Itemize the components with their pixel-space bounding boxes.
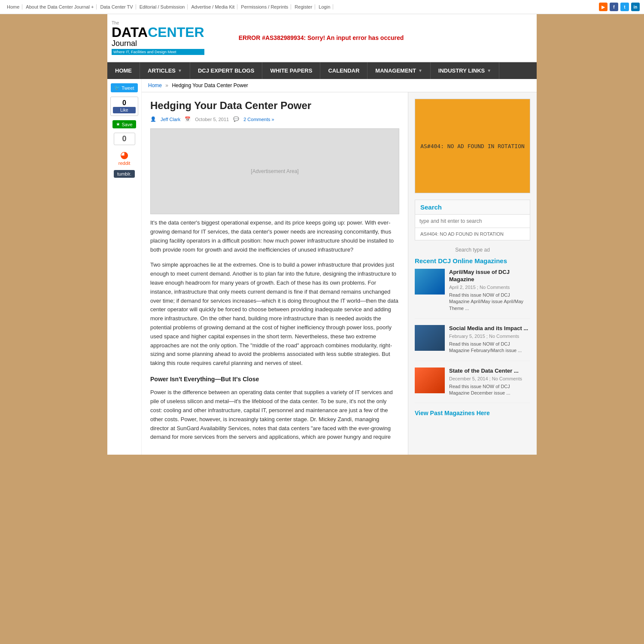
rss-icon[interactable]: ▶	[599, 3, 608, 11]
topnav-permissions[interactable]: Permissions / Reprints	[238, 4, 291, 9]
management-arrow: ▼	[418, 68, 422, 73]
magazine-thumb-2	[415, 325, 445, 351]
articles-arrow: ▼	[178, 68, 182, 73]
article-body: It's the data center's biggest operation…	[150, 219, 399, 442]
reddit-label: reddit	[118, 161, 131, 166]
breadcrumb-home[interactable]: Home	[148, 82, 162, 88]
magazine-excerpt-1: Read this issue NOW of DCJ Magazine Apri…	[449, 292, 530, 312]
magazine-thumb-3	[415, 368, 445, 393]
magazine-excerpt-3: Read this issue NOW of DCJ Magazine Dece…	[449, 383, 530, 397]
nav-management[interactable]: MANAGEMENT ▼	[368, 62, 431, 79]
nav-articles[interactable]: ARTICLES ▼	[140, 62, 190, 79]
right-sidebar: AS#404: NO AD FOUND IN ROTATION Search A…	[408, 92, 537, 455]
article-main: Hedging Your Data Center Power 👤 Jeff Cl…	[142, 92, 408, 455]
topnav-register[interactable]: Register	[292, 4, 315, 9]
logo: The DATA CENTER Journal Where IT, Facili…	[112, 21, 204, 55]
magazines-title: Recent DCJ Online Magazines	[415, 257, 530, 264]
topnav-about[interactable]: About the Data Center Journal +	[23, 4, 97, 9]
content-wrapper: Home » Hedging Your Data Center Power He…	[142, 79, 537, 455]
logo-center: CENTER	[148, 25, 204, 39]
search-widget: Search AS#404: NO AD FOUND IN ROTATION	[415, 200, 530, 240]
topnav-editorial[interactable]: Editorial / Submission	[137, 4, 188, 9]
magazine-info-1: April/May issue of DCJ Magazine April 2,…	[449, 269, 530, 312]
nav-calendar[interactable]: CALENDAR	[320, 62, 368, 79]
article-subheading: Power Isn't Everything—But It's Close	[150, 374, 399, 384]
nav-home[interactable]: HOME	[107, 62, 140, 79]
view-past-magazines[interactable]: View Past Magazines Here	[415, 410, 530, 416]
list-item: State of the Data Center ... December 5,…	[415, 368, 530, 404]
article-meta: 👤 Jeff Clark 📅 October 5, 2011 💬 2 Comme…	[150, 116, 399, 122]
search-ad-text: AS#404: NO AD FOUND IN ROTATION	[415, 228, 530, 240]
magazine-thumb-1	[415, 269, 445, 295]
topnav-tv[interactable]: Data Center TV	[97, 4, 136, 9]
nav-whitepapers[interactable]: WHITE PAPERS	[262, 62, 320, 79]
layout-wrapper: 🐦 Tweet 0 Like ★ Save 0 ◕ reddit tumblr.	[107, 79, 537, 455]
breadcrumb-separator: »	[165, 82, 168, 88]
article-para-2: Two simple approaches lie at the extreme…	[150, 261, 399, 368]
like-button[interactable]: Like	[113, 107, 136, 113]
twitter-bird-icon: 🐦	[114, 85, 120, 91]
magazine-info-3: State of the Data Center ... December 5,…	[449, 368, 530, 397]
error-banner: ERROR #AS382989934: Sorry! An input erro…	[239, 34, 404, 41]
list-item: April/May issue of DCJ Magazine April 2,…	[415, 269, 530, 319]
top-navigation: Home About the Data Center Journal + Dat…	[0, 0, 644, 14]
reddit-button[interactable]: ◕ reddit	[118, 149, 131, 166]
magazine-title-1: April/May issue of DCJ Magazine	[449, 269, 530, 283]
article-comments[interactable]: 2 Comments »	[243, 117, 274, 122]
topnav-advertise[interactable]: Advertise / Media Kit	[188, 4, 237, 9]
social-icons: ▶ f t in	[599, 3, 640, 11]
article-title: Hedging Your Data Center Power	[150, 99, 399, 112]
magazine-date-1: April 2, 2015 ; No Comments	[449, 285, 530, 290]
magazine-title-3: State of the Data Center ...	[449, 368, 530, 375]
search-input[interactable]	[415, 215, 530, 228]
logo-data: DATA	[112, 25, 148, 39]
search-widget-title: Search	[415, 200, 530, 215]
tweet-button[interactable]: 🐦 Tweet	[111, 83, 137, 92]
magazine-date-3: December 5, 2014 ; No Comments	[449, 376, 530, 381]
comment-icon: 💬	[233, 116, 239, 122]
reddit-icon: ◕	[120, 149, 128, 161]
sidebar-ad-box: AS#404: NO AD FOUND IN ROTATION	[415, 99, 530, 193]
facebook-icon[interactable]: f	[610, 3, 618, 11]
save-button[interactable]: ★ Save	[112, 120, 136, 128]
magazine-date-2: February 5, 2015 ; No Comments	[449, 334, 530, 339]
search-type-ad-label: Search type ad	[415, 247, 530, 253]
twitter-icon[interactable]: t	[620, 3, 629, 11]
breadcrumb: Home » Hedging Your Data Center Power	[142, 79, 537, 92]
date-icon: 📅	[185, 116, 191, 122]
magazine-section: Recent DCJ Online Magazines April/May is…	[415, 257, 530, 416]
magazine-info-2: Social Media and its Impact ... February…	[449, 325, 530, 354]
left-sidebar: 🐦 Tweet 0 Like ★ Save 0 ◕ reddit tumblr.	[107, 79, 142, 455]
topnav-login[interactable]: Login	[316, 4, 333, 9]
article-ad-placeholder: [Advertisement Area]	[150, 128, 399, 214]
article-para-3: Power is the difference between an opera…	[150, 388, 399, 442]
logo-journal: Journal	[112, 39, 204, 48]
nav-blogs[interactable]: DCJ EXPERT BLOGS	[190, 62, 262, 79]
breadcrumb-current: Hedging Your Data Center Power	[172, 82, 248, 88]
content-area: Hedging Your Data Center Power 👤 Jeff Cl…	[142, 92, 537, 455]
like-box: 0 Like	[110, 97, 138, 116]
nav-industry[interactable]: INDUSTRY LINKS ▼	[431, 62, 499, 79]
author-icon: 👤	[150, 116, 156, 122]
magazine-excerpt-2: Read this issue NOW of DCJ Magazine Febr…	[449, 341, 530, 354]
main-navigation: HOME ARTICLES ▼ DCJ EXPERT BLOGS WHITE P…	[107, 62, 537, 79]
like-count: 0	[113, 99, 136, 107]
logo-tagline: Where IT, Facilities and Design Meet	[112, 49, 204, 55]
bookmark-icon: ★	[116, 122, 120, 127]
tumblr-button[interactable]: tumblr.	[114, 170, 135, 178]
share-count: 0	[114, 133, 135, 145]
site-header: The DATA CENTER Journal Where IT, Facili…	[107, 14, 537, 62]
article-para-1: It's the data center's biggest operation…	[150, 219, 399, 254]
article-author[interactable]: Jeff Clark	[161, 117, 180, 122]
linkedin-icon[interactable]: in	[631, 3, 640, 11]
magazine-title-2: Social Media and its Impact ...	[449, 325, 530, 332]
list-item: Social Media and its Impact ... February…	[415, 325, 530, 361]
topnav-home[interactable]: Home	[4, 4, 22, 9]
article-date: October 5, 2011	[195, 117, 229, 122]
industry-arrow: ▼	[487, 68, 491, 73]
